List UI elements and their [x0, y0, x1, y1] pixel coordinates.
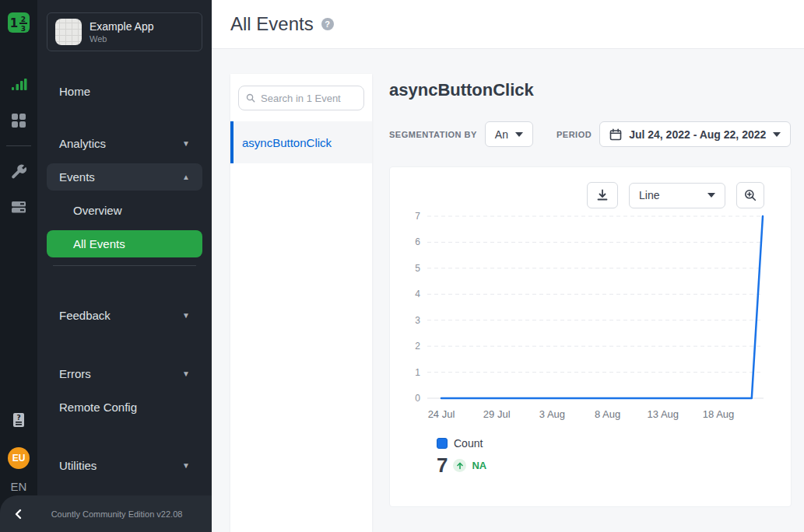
app-icon	[55, 19, 82, 45]
sidebar-bottom-bar: Countly Community Edition v22.08	[0, 495, 212, 532]
event-list-item-selected[interactable]: asyncButtonClick	[230, 121, 372, 163]
legend-label: Count	[454, 437, 483, 450]
sidebar-item-feedback[interactable]: Feedback ▼	[47, 302, 202, 329]
magnifier-plus-icon	[744, 189, 757, 201]
svg-text:4: 4	[415, 289, 420, 299]
trend-value: NA	[472, 460, 486, 471]
event-title: asyncButtonClick	[389, 80, 792, 100]
chevron-down-icon: ▼	[182, 311, 190, 320]
svg-text:18 Aug: 18 Aug	[703, 408, 735, 420]
chevron-down-icon	[707, 193, 715, 198]
svg-text:24 Jul: 24 Jul	[428, 408, 455, 420]
icon-rail: 1 2 3	[0, 0, 37, 532]
menu-divider	[53, 265, 196, 266]
svg-text:3: 3	[21, 25, 26, 33]
sidebar-item-remote-config[interactable]: Remote Config	[47, 394, 202, 421]
content-body: asyncButtonClick asyncButtonClick SEGMEN…	[212, 49, 804, 532]
chart-legend: Count 7 NA	[437, 437, 791, 478]
sidebar-item-home[interactable]: Home	[47, 78, 202, 105]
line-chart: 0123456724 Jul29 Jul3 Aug8 Aug13 Aug18 A…	[404, 212, 770, 437]
chart-toolbar: Line	[390, 167, 791, 208]
legend-total: 7	[437, 453, 448, 478]
download-chart-button[interactable]	[587, 182, 618, 208]
analytics-bar-chart-icon[interactable]	[9, 75, 28, 94]
countly-logo-icon[interactable]: 1 2 3	[7, 11, 30, 34]
main-content: All Events ? asyncButtonClick	[212, 0, 804, 532]
sidebar-collapse-button[interactable]	[0, 509, 37, 520]
help-icon[interactable]: ?	[321, 18, 334, 30]
app-type: Web	[90, 34, 154, 44]
zoom-chart-button[interactable]	[736, 182, 764, 208]
countly-app: 1 2 3	[0, 0, 804, 532]
svg-text:7: 7	[415, 212, 420, 222]
svg-text:3 Aug: 3 Aug	[539, 408, 565, 420]
trend-up-arrow-icon	[453, 459, 466, 472]
chevron-up-icon: ▲	[182, 173, 190, 181]
sidebar-item-errors[interactable]: Errors ▼	[47, 360, 202, 387]
chevron-down-icon: ▼	[182, 461, 190, 470]
svg-text:2: 2	[415, 341, 420, 352]
chevron-left-icon	[13, 509, 24, 520]
chevron-down-icon	[773, 132, 781, 137]
svg-text:13 Aug: 13 Aug	[648, 408, 679, 420]
user-avatar[interactable]: EU	[8, 447, 30, 469]
report-manager-doc-question-icon[interactable]: ?	[9, 411, 28, 429]
page-header: All Events ?	[212, 0, 804, 49]
sidebar-item-events-overview[interactable]: Overview	[47, 197, 202, 224]
legend-checkbox-count[interactable]	[437, 438, 448, 449]
segmentation-label: SEGMENTATION BY	[389, 130, 477, 139]
rail-divider	[6, 145, 31, 146]
svg-text:8 Aug: 8 Aug	[595, 408, 620, 420]
svg-text:2: 2	[21, 16, 26, 23]
calendar-icon	[609, 128, 622, 141]
language-selector[interactable]: EN	[11, 480, 27, 493]
sidebar-menu: Example App Web Home Analytics ▼ Events …	[37, 0, 212, 532]
sidebar-item-analytics[interactable]: Analytics ▼	[47, 130, 202, 157]
event-search-box	[238, 86, 364, 110]
svg-text:0: 0	[415, 393, 420, 404]
period-label: PERIOD	[556, 130, 592, 139]
version-text: Countly Community Edition v22.08	[37, 509, 212, 519]
svg-text:5: 5	[415, 263, 420, 274]
sidebar-item-events[interactable]: Events ▲	[47, 163, 202, 191]
search-icon	[246, 93, 255, 103]
chevron-down-icon: ▼	[182, 139, 190, 148]
app-name: Example App	[90, 20, 154, 33]
chart-type-dropdown[interactable]: Line	[629, 183, 725, 208]
chart-card: Line 0123456724 Jul29 Jul3 Aug8 Aug13 Au…	[389, 166, 792, 507]
sidebar-item-utilities[interactable]: Utilities ▼	[47, 452, 202, 479]
svg-text:1: 1	[10, 16, 18, 30]
sidebar-item-all-events[interactable]: All Events	[47, 230, 202, 257]
event-search-input[interactable]	[261, 93, 356, 104]
management-wrench-icon[interactable]	[9, 162, 28, 180]
event-list-panel: asyncButtonClick	[230, 74, 372, 532]
controls-row: SEGMENTATION BY An PERIOD Jul 24, 2022 -…	[389, 121, 792, 147]
chevron-down-icon: ▼	[182, 369, 190, 378]
svg-text:29 Jul: 29 Jul	[483, 408, 511, 420]
page-title: All Events	[230, 13, 314, 35]
event-detail-section: asyncButtonClick SEGMENTATION BY An PERI…	[389, 49, 792, 532]
svg-text:?: ?	[16, 414, 20, 422]
dashboards-grid-icon[interactable]	[9, 111, 28, 130]
sidebar: 1 2 3	[0, 0, 212, 532]
segmentation-dropdown[interactable]: An	[485, 121, 533, 147]
chevron-down-icon	[515, 132, 523, 137]
svg-text:3: 3	[415, 315, 420, 326]
svg-text:1: 1	[415, 367, 420, 378]
app-selector[interactable]: Example App Web	[47, 12, 202, 51]
date-range-picker[interactable]: Jul 24, 2022 - Aug 22, 2022	[599, 121, 791, 147]
download-icon	[596, 189, 609, 201]
svg-text:6: 6	[415, 236, 420, 247]
data-manager-server-icon[interactable]	[9, 198, 28, 216]
